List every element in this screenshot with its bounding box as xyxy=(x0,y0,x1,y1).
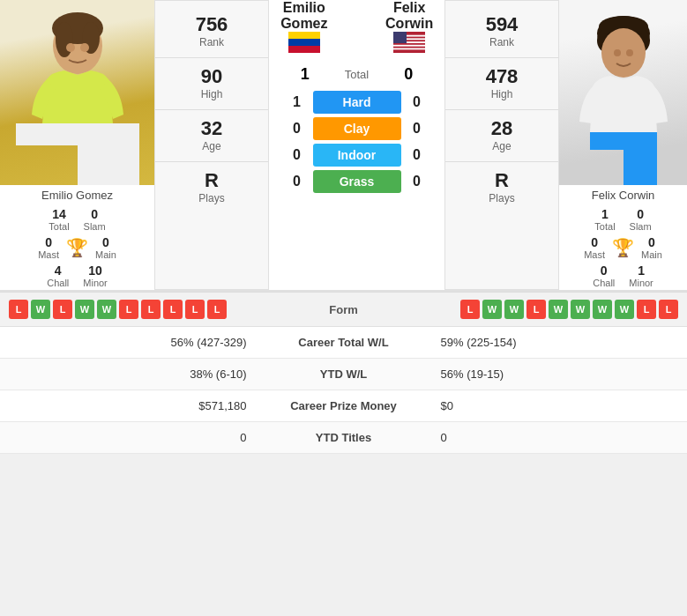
right-slam-stat: 0 Slam xyxy=(630,207,652,232)
left-sub-row-2: 0 Mast 🏆 0 Main xyxy=(31,234,123,262)
form-badge-right: W xyxy=(615,300,634,319)
right-age-block: 28 Age xyxy=(445,112,558,160)
clay-button[interactable]: Clay xyxy=(313,117,401,140)
clay-row: 0 Clay 0 xyxy=(276,117,437,140)
player-right-photo xyxy=(559,0,687,185)
svg-rect-6 xyxy=(288,32,320,39)
left-sub-row-3: 4 Chall 10 Minor xyxy=(40,262,115,290)
table-cell-left: 0 xyxy=(18,431,265,444)
right-trophy-icon: 🏆 xyxy=(612,237,634,258)
svg-point-5 xyxy=(80,43,89,52)
form-badge-right: W xyxy=(482,300,502,319)
left-chall-stat: 4 Chall xyxy=(47,263,69,288)
form-badge-right: L xyxy=(637,300,656,319)
right-sub-row-1: 1 Total 0 Slam xyxy=(587,205,658,234)
svg-point-4 xyxy=(66,43,75,52)
surface-rows: 1 Hard 0 0 Clay 0 0 Indoor 0 0 Grass xyxy=(269,87,444,197)
form-badge-left: L xyxy=(163,300,183,319)
left-sub-stats: 14 Total 0 Slam 0 Mast 🏆 0 xyxy=(0,205,154,290)
middle-court: Emilio Gomez Felix Corwin xyxy=(269,0,444,290)
form-badge-right: W xyxy=(504,300,524,319)
total-row: 1 Total 0 xyxy=(269,62,444,87)
form-label: Form xyxy=(291,303,397,316)
left-rank-block: 756 Rank xyxy=(155,8,268,56)
player-left-photo xyxy=(0,0,154,185)
right-minor-stat: 1 Minor xyxy=(629,263,653,288)
table-cell-mid: YTD W/L xyxy=(265,367,423,381)
form-badge-right: W xyxy=(549,300,568,319)
right-sub-stats: 1 Total 0 Slam 0 Mast 🏆 0 xyxy=(559,205,687,290)
form-badge-left: L xyxy=(119,300,138,319)
svg-rect-7 xyxy=(288,39,320,46)
svg-point-21 xyxy=(614,49,621,56)
left-age-block: 32 Age xyxy=(155,112,268,160)
table-cell-mid: Career Total W/L xyxy=(265,336,423,349)
left-sub-row-1: 14 Total 0 Slam xyxy=(41,205,112,234)
form-badge-right: L xyxy=(460,300,480,319)
right-high-block: 478 High xyxy=(445,60,558,108)
left-plays-block: R Plays xyxy=(155,164,268,212)
player-right-silhouette xyxy=(571,9,676,185)
table-row: 56% (427-329)Career Total W/L59% (225-15… xyxy=(0,327,687,359)
table-cell-right: 56% (19-15) xyxy=(423,367,670,381)
svg-point-22 xyxy=(626,49,633,56)
flag-row xyxy=(269,32,444,62)
right-main-stat: 0 Main xyxy=(641,235,662,260)
form-left: LWLWWLLLLL xyxy=(9,300,291,319)
right-mast-stat: 0 Mast xyxy=(584,235,605,260)
form-right: LWWLWWWWLL xyxy=(397,300,679,319)
table-cell-right: $0 xyxy=(423,399,670,412)
table-cell-left: $571,180 xyxy=(18,399,265,412)
left-flag xyxy=(278,32,331,58)
form-badge-left: L xyxy=(141,300,161,319)
grass-button[interactable]: Grass xyxy=(313,170,401,193)
form-badge-right: W xyxy=(593,300,612,319)
stats-table: 56% (427-329)Career Total W/L59% (225-15… xyxy=(0,326,687,454)
player-left-silhouette xyxy=(16,9,139,185)
ecuador-flag xyxy=(288,32,320,53)
form-badge-right: W xyxy=(571,300,590,319)
form-badge-left: L xyxy=(9,300,28,319)
comparison-top: Emilio Gomez 14 Total 0 Slam 0 M xyxy=(0,0,687,292)
us-flag xyxy=(393,32,425,53)
player-left-name-label: Emilio Gomez xyxy=(38,185,116,205)
right-chall-stat: 0 Chall xyxy=(593,263,615,288)
indoor-row: 0 Indoor 0 xyxy=(276,144,437,167)
table-row: 38% (6-10)YTD W/L56% (19-15) xyxy=(0,359,687,390)
indoor-button[interactable]: Indoor xyxy=(313,144,401,167)
player-right-name-label: Felix Corwin xyxy=(588,185,659,205)
right-sub-row-3: 0 Chall 1 Minor xyxy=(586,262,661,290)
left-photo-area: Emilio Gomez 14 Total 0 Slam 0 M xyxy=(0,0,154,290)
svg-rect-15 xyxy=(393,32,407,43)
form-badge-right: L xyxy=(659,300,678,319)
svg-rect-8 xyxy=(288,46,320,53)
left-total-stat: 14 Total xyxy=(49,207,69,232)
table-cell-mid: Career Prize Money xyxy=(265,399,423,412)
right-player-name: Felix Corwin xyxy=(383,0,436,32)
name-row: Emilio Gomez Felix Corwin xyxy=(269,0,444,32)
form-badge-left: L xyxy=(185,300,205,319)
table-cell-mid: YTD Titles xyxy=(265,431,423,444)
left-player-name: Emilio Gomez xyxy=(278,0,331,32)
form-badge-left: W xyxy=(31,300,50,319)
right-plays-block: R Plays xyxy=(445,164,558,212)
form-badge-left: L xyxy=(53,300,72,319)
right-sub-row-2: 0 Mast 🏆 0 Main xyxy=(577,234,669,262)
grass-row: 0 Grass 0 xyxy=(276,170,437,193)
table-row: 0YTD Titles0 xyxy=(0,422,687,454)
right-rank-block: 594 Rank xyxy=(445,8,558,56)
table-cell-right: 0 xyxy=(423,431,670,444)
left-mast-stat: 0 Mast xyxy=(38,235,59,260)
left-high-block: 90 High xyxy=(155,60,268,108)
form-badge-left: L xyxy=(207,300,227,319)
hard-button[interactable]: Hard xyxy=(313,91,401,114)
left-stats-panel: 756 Rank 90 High 32 Age R Plays xyxy=(154,0,269,290)
right-flag xyxy=(383,32,436,58)
form-badge-left: W xyxy=(97,300,116,319)
svg-rect-13 xyxy=(393,45,425,47)
table-cell-right: 59% (225-154) xyxy=(423,336,670,349)
page-container: Emilio Gomez 14 Total 0 Slam 0 M xyxy=(0,0,687,454)
hard-row: 1 Hard 0 xyxy=(276,91,437,114)
left-minor-stat: 10 Minor xyxy=(83,263,108,288)
form-badge-right: L xyxy=(526,300,546,319)
